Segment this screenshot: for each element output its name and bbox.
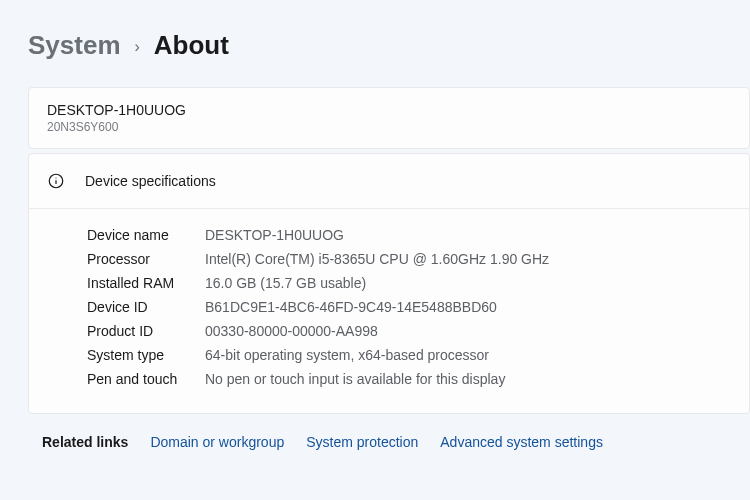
device-model: 20N3S6Y600: [47, 120, 731, 134]
info-icon: [47, 172, 65, 190]
spec-row: Product ID 00330-80000-00000-AA998: [87, 323, 731, 339]
device-specs-card: Device specifications Device name DESKTO…: [28, 153, 750, 414]
link-system-protection[interactable]: System protection: [306, 434, 418, 450]
breadcrumb-parent[interactable]: System: [28, 30, 121, 61]
svg-point-2: [55, 177, 56, 178]
spec-row: Device name DESKTOP-1H0UUOG: [87, 227, 731, 243]
spec-row: System type 64-bit operating system, x64…: [87, 347, 731, 363]
spec-value: B61DC9E1-4BC6-46FD-9C49-14E5488BBD60: [205, 299, 497, 315]
link-advanced-system-settings[interactable]: Advanced system settings: [440, 434, 603, 450]
specs-header[interactable]: Device specifications: [29, 154, 749, 209]
spec-label: Device ID: [87, 299, 205, 315]
device-summary-card: DESKTOP-1H0UUOG 20N3S6Y600: [28, 87, 750, 149]
related-links-bar: Related links Domain or workgroup System…: [28, 418, 750, 466]
spec-row: Pen and touch No pen or touch input is a…: [87, 371, 731, 387]
spec-value: Intel(R) Core(TM) i5-8365U CPU @ 1.60GHz…: [205, 251, 549, 267]
spec-value: No pen or touch input is available for t…: [205, 371, 505, 387]
spec-row: Processor Intel(R) Core(TM) i5-8365U CPU…: [87, 251, 731, 267]
spec-label: Product ID: [87, 323, 205, 339]
related-links-label: Related links: [42, 434, 128, 450]
spec-value: DESKTOP-1H0UUOG: [205, 227, 344, 243]
spec-label: Processor: [87, 251, 205, 267]
chevron-right-icon: ›: [135, 38, 140, 56]
spec-label: Installed RAM: [87, 275, 205, 291]
page-title: About: [154, 30, 229, 61]
device-name: DESKTOP-1H0UUOG: [47, 102, 731, 118]
specs-body: Device name DESKTOP-1H0UUOG Processor In…: [29, 209, 749, 413]
spec-label: System type: [87, 347, 205, 363]
spec-label: Device name: [87, 227, 205, 243]
spec-label: Pen and touch: [87, 371, 205, 387]
breadcrumb: System › About: [28, 30, 750, 61]
spec-value: 00330-80000-00000-AA998: [205, 323, 378, 339]
spec-value: 16.0 GB (15.7 GB usable): [205, 275, 366, 291]
spec-row: Installed RAM 16.0 GB (15.7 GB usable): [87, 275, 731, 291]
specs-title: Device specifications: [85, 173, 216, 189]
link-domain-or-workgroup[interactable]: Domain or workgroup: [150, 434, 284, 450]
spec-value: 64-bit operating system, x64-based proce…: [205, 347, 489, 363]
spec-row: Device ID B61DC9E1-4BC6-46FD-9C49-14E548…: [87, 299, 731, 315]
